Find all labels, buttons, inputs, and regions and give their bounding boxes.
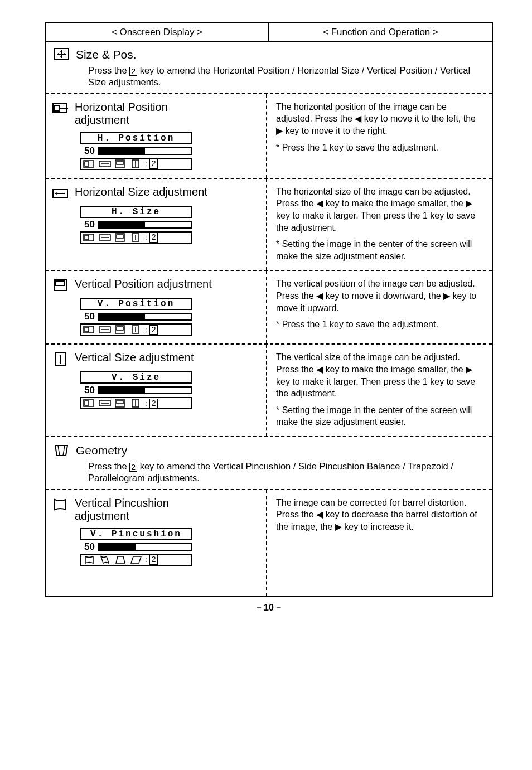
size-pos-icon	[54, 48, 70, 61]
osd-slider[interactable]	[98, 543, 192, 551]
osd-value: 50	[80, 541, 95, 553]
header-right: < Function and Operation >	[269, 23, 492, 41]
row-hpos: Horizontal Position adjustment H. Positi…	[46, 94, 492, 179]
mini-trapezoid-icon	[114, 555, 127, 564]
mini-hsize-icon	[98, 233, 112, 242]
row-vsize: Vertical Size adjustment V. Size 50 :2 T…	[46, 345, 492, 437]
mini-vpos-icon	[114, 159, 127, 168]
item-title: Horizontal Position adjustment	[75, 101, 220, 127]
osd-value: 50	[80, 219, 95, 230]
vpin-icon	[52, 498, 69, 511]
osd-footer: :2	[80, 554, 192, 566]
row-vpin: Vertical Pincushion adjustment V. Pincus…	[46, 490, 492, 596]
mini-vpos-icon	[114, 233, 127, 242]
key-2-icon: 2	[129, 67, 137, 76]
desc-text: The image can be corrected for barrel di…	[276, 497, 483, 533]
hsize-icon	[52, 187, 69, 200]
item-title: Vertical Pincushion adjustment	[75, 497, 220, 522]
item-title: Vertical Size adjustment	[75, 351, 194, 364]
osd-label: V. Pincushion	[80, 528, 192, 540]
osd-vpos: V. Position 50 :2	[80, 298, 192, 336]
mini-vsize-icon	[129, 233, 143, 242]
section-title-text: Size & Pos.	[76, 48, 137, 61]
osd-label: H. Size	[80, 206, 192, 218]
mini-hpos-icon	[83, 325, 96, 334]
mini-pincushion-icon	[83, 555, 96, 564]
osd-value: 50	[80, 146, 95, 157]
hpos-icon	[52, 102, 69, 115]
mini-hpos-icon	[83, 159, 96, 168]
desc-text: The horizontal position of the image can…	[276, 101, 483, 137]
key-2-icon: 2	[149, 325, 158, 335]
osd-footer: :2	[80, 231, 192, 244]
section-title-text: Geometry	[76, 444, 127, 457]
desc-text: The vertical position of the image can b…	[276, 278, 483, 314]
osd-value: 50	[80, 311, 95, 322]
mini-vsize-icon	[129, 399, 143, 408]
note-text: * Press the 1 key to save the adjustment…	[276, 142, 483, 154]
header-left: < Onscreen Display >	[46, 23, 269, 41]
osd-footer: :2	[80, 397, 192, 409]
key-2-icon: 2	[149, 399, 158, 408]
key-2-icon: 2	[149, 555, 158, 564]
mini-vsize-icon	[129, 325, 143, 334]
mini-vpos-icon	[114, 325, 127, 334]
osd-slider[interactable]	[98, 386, 192, 394]
note-text: * Setting the image in the center of the…	[276, 238, 483, 262]
section-geometry-header: Geometry Press the 2 key to amend the Ve…	[46, 437, 492, 490]
mini-hsize-icon	[98, 159, 112, 168]
mini-hsize-icon	[98, 399, 112, 408]
osd-value: 50	[80, 385, 95, 396]
vpos-icon	[52, 279, 69, 292]
osd-hsize: H. Size 50 :2	[80, 206, 192, 244]
mini-hsize-icon	[98, 325, 112, 334]
key-2-icon: 2	[149, 233, 158, 242]
osd-footer: :2	[80, 323, 192, 336]
geometry-icon	[54, 444, 70, 457]
page-frame: < Onscreen Display > < Function and Oper…	[45, 22, 493, 597]
osd-vpin: V. Pincushion 50 :2	[80, 528, 192, 566]
key-2-icon: 2	[149, 159, 158, 168]
mini-balance-icon	[98, 555, 112, 564]
osd-slider[interactable]	[98, 147, 192, 155]
item-title: Vertical Position adjustment	[75, 278, 212, 290]
osd-footer: :2	[80, 158, 192, 170]
section-desc: Press the 2 key to amend the Horizontal …	[88, 65, 484, 89]
osd-hpos: H. Position 50 :2	[80, 132, 192, 170]
desc-text: The horizontal size of the image can be …	[276, 186, 483, 234]
osd-slider[interactable]	[98, 313, 192, 321]
row-vpos: Vertical Position adjustment V. Position…	[46, 271, 492, 345]
osd-vsize: V. Size 50 :2	[80, 371, 192, 409]
note-text: * Press the 1 key to save the adjustment…	[276, 318, 483, 331]
osd-slider[interactable]	[98, 221, 192, 229]
mini-vsize-icon	[129, 159, 143, 168]
mini-hpos-icon	[83, 233, 96, 242]
note-text: * Setting the image in the center of the…	[276, 404, 483, 428]
page-number: – 10 –	[45, 603, 493, 613]
vsize-icon	[52, 352, 69, 366]
osd-label: V. Size	[80, 371, 192, 384]
key-2-icon: 2	[129, 463, 137, 472]
item-title: Horizontal Size adjustment	[75, 186, 207, 198]
mini-hpos-icon	[83, 399, 96, 408]
osd-label: V. Position	[80, 298, 192, 310]
desc-text: The vertical size of the image can be ad…	[276, 351, 483, 399]
table-header: < Onscreen Display > < Function and Oper…	[46, 23, 492, 42]
osd-label: H. Position	[80, 132, 192, 144]
row-hsize: Horizontal Size adjustment H. Size 50 :2…	[46, 179, 492, 272]
mini-parallelogram-icon	[129, 555, 143, 564]
section-desc: Press the 2 key to amend the Vertical Pi…	[88, 461, 484, 485]
colon: :	[145, 159, 147, 168]
section-sizepos-header: Size & Pos. Press the 2 key to amend the…	[46, 42, 492, 94]
mini-vpos-icon	[114, 399, 127, 408]
